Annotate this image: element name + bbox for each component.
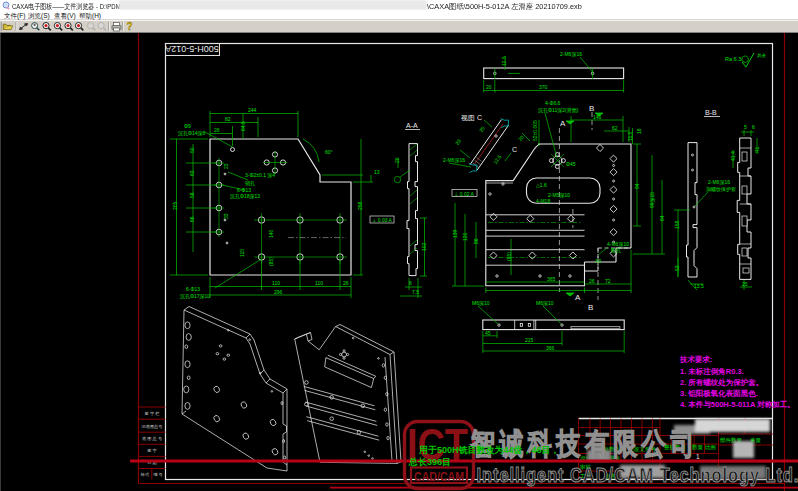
svg-text:16: 16	[636, 128, 642, 134]
svg-text:62: 62	[612, 125, 618, 131]
svg-text:60°: 60°	[325, 149, 333, 155]
svg-text:底 图 总 号: 底 图 总 号	[142, 436, 163, 441]
svg-text:366: 366	[546, 345, 555, 351]
svg-text:5: 5	[744, 124, 747, 130]
svg-text:Φ45: Φ45	[566, 161, 576, 167]
svg-text:加螺纹保护套: 加螺纹保护套	[706, 186, 736, 192]
svg-text:签 字: 签 字	[147, 448, 157, 453]
svg-text:94: 94	[634, 183, 640, 189]
svg-text:20: 20	[486, 84, 492, 90]
svg-text:2-M5深10: 2-M5深10	[548, 192, 570, 199]
svg-text:110: 110	[272, 280, 280, 286]
svg-text:编 号: 编 号	[153, 472, 163, 477]
svg-text:296: 296	[274, 289, 283, 295]
svg-text:6: 6	[409, 280, 412, 286]
svg-text:6: 6	[752, 124, 755, 130]
svg-text:26: 26	[589, 278, 595, 284]
svg-text:13.5: 13.5	[694, 283, 704, 289]
svg-text:4-M18: 4-M18	[536, 198, 550, 204]
svg-text:20: 20	[478, 125, 486, 133]
svg-text:3. 铝阳极氧化表面黑色.: 3. 铝阳极氧化表面黑色.	[680, 389, 758, 398]
svg-text:A: A	[560, 119, 566, 128]
svg-text:视图 C: 视图 C	[461, 114, 482, 122]
svg-text:20: 20	[394, 157, 400, 163]
svg-text:M6深10: M6深10	[536, 300, 554, 307]
svg-text:技术要求:: 技术要求:	[679, 355, 713, 364]
svg-text:⊥ 0.03 A: ⊥ 0.03 A	[372, 217, 393, 223]
svg-text:A: A	[575, 293, 581, 302]
svg-text:26: 26	[214, 127, 220, 133]
svg-text:总长396目: 总长396目	[408, 457, 451, 467]
svg-text:沉孔Φ17深10: 沉孔Φ17深10	[180, 293, 210, 300]
svg-text:沉孔Φ11深2(背面): 沉孔Φ11深2(背面)	[538, 107, 579, 114]
svg-text:A3: A3	[595, 258, 601, 264]
svg-text:2-M6深16: 2-M6深16	[708, 179, 730, 186]
svg-text:66: 66	[189, 216, 195, 222]
svg-text:A-A: A-A	[406, 122, 418, 129]
svg-text:比例: 比例	[705, 444, 716, 451]
svg-text:⊥ 0.02 A: ⊥ 0.02 A	[454, 191, 475, 197]
svg-text:58: 58	[189, 192, 195, 198]
svg-text:旧底图总号: 旧底图总号	[142, 424, 164, 429]
svg-text:1. 未标注倒角R0.3.: 1. 未标注倒角R0.3.	[680, 367, 744, 376]
svg-text:签 字 栏: 签 字 栏	[145, 411, 161, 416]
svg-text:C: C	[512, 146, 517, 153]
svg-text:26: 26	[343, 280, 349, 286]
svg-text:△1.6: △1.6	[536, 182, 547, 188]
svg-text:沉孔Φ18深13: 沉孔Φ18深13	[230, 193, 260, 200]
svg-text:25: 25	[742, 281, 748, 287]
svg-text:2. 所有螺纹处为保护套。: 2. 所有螺纹处为保护套。	[680, 378, 763, 387]
svg-text:53: 53	[674, 265, 680, 271]
svg-text:(85): (85)	[268, 257, 274, 266]
svg-text:110: 110	[315, 280, 323, 286]
svg-text:12.5: 12.5	[492, 154, 503, 166]
svg-text:?: ?	[127, 21, 133, 32]
svg-text:其余: 其余	[757, 53, 767, 58]
svg-text:6-Φ13: 6-Φ13	[186, 286, 200, 292]
svg-text:64.5: 64.5	[240, 121, 246, 131]
svg-text:52±0.005: 52±0.005	[532, 120, 538, 141]
svg-text:41.4: 41.4	[730, 151, 736, 161]
svg-text:B-B: B-B	[705, 109, 717, 116]
svg-text:13: 13	[374, 169, 380, 175]
svg-text:72: 72	[605, 278, 611, 284]
svg-text:格式: 格式	[140, 472, 150, 477]
svg-text:370: 370	[539, 84, 548, 90]
svg-text:M6深10: M6深10	[472, 300, 490, 307]
svg-text:7.5: 7.5	[412, 289, 419, 295]
svg-text:4-Φ6.6: 4-Φ6.6	[545, 100, 561, 106]
svg-text:R1: R1	[754, 146, 760, 153]
svg-text:Intelligent CAD/CAM Technology: Intelligent CAD/CAM Technology Ltd.	[477, 463, 798, 486]
svg-text:500H-5-012A: 500H-5-012A	[165, 44, 219, 54]
svg-text:销孔: 销孔	[244, 180, 255, 187]
svg-text:365: 365	[547, 276, 556, 282]
svg-text:沉孔Φ14深8: 沉孔Φ14深8	[178, 130, 206, 137]
svg-text:63: 63	[189, 170, 195, 176]
svg-text:(85): (85)	[506, 252, 512, 261]
svg-text:23: 23	[454, 138, 462, 146]
svg-text:CAD/CAM: CAD/CAM	[414, 470, 464, 484]
svg-text:Φ9: Φ9	[184, 123, 191, 129]
svg-text:Ra 6.3: Ra 6.3	[725, 56, 741, 62]
svg-text:B: B	[589, 104, 594, 113]
svg-text:140: 140	[268, 229, 274, 238]
svg-text:146: 146	[593, 114, 602, 120]
svg-text:258: 258	[357, 201, 363, 210]
svg-text:215: 215	[525, 337, 534, 343]
svg-text:12.5: 12.5	[501, 56, 507, 66]
svg-text:244: 244	[248, 107, 257, 113]
svg-text:配孔: 配孔	[611, 247, 621, 254]
svg-text:2-M6深16: 2-M6深16	[443, 157, 465, 164]
svg-text:64: 64	[659, 215, 665, 221]
svg-text:99深15: 99深15	[649, 192, 656, 208]
svg-text:B: B	[588, 303, 593, 312]
svg-text:用于500H铣目数改为44齿，46目，: 用于500H铣目数改为44齿，46目，	[418, 445, 560, 455]
svg-text:86: 86	[473, 238, 479, 244]
svg-text:23: 23	[223, 163, 229, 169]
svg-text:158: 158	[674, 220, 680, 229]
svg-text:102: 102	[421, 242, 427, 251]
svg-text:115: 115	[239, 249, 245, 257]
svg-text:4. 本件与500H-5-011A 对称加工。: 4. 本件与500H-5-011A 对称加工。	[680, 400, 795, 409]
svg-text:3-Φ2±0.1 深4: 3-Φ2±0.1 深4	[245, 172, 275, 179]
svg-text:139: 139	[452, 229, 458, 238]
